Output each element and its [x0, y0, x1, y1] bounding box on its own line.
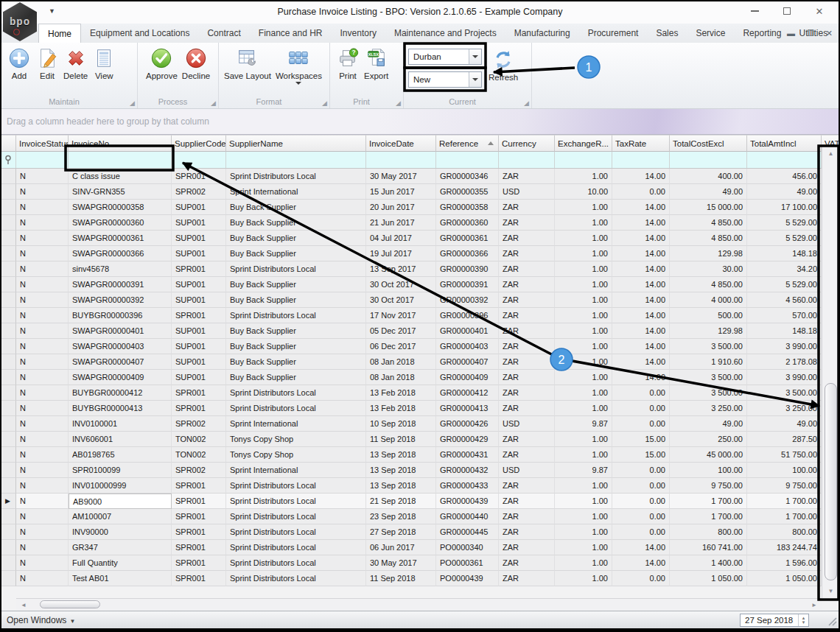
grid-cell-reference[interactable]: GR00000426	[436, 416, 499, 432]
table-row[interactable]: Nsinv45678SPR001Sprint Distributors Loca…	[0, 261, 822, 277]
grid-cell-invoice-no[interactable]: GR347	[69, 540, 172, 555]
grid-cell-invoice-no[interactable]: SWAPGR00000366	[69, 246, 172, 261]
grid-cell-total-cost-excl[interactable]: 3 500.00	[670, 339, 747, 354]
grid-cell-supplier-name[interactable]: Buy Back Supplier	[226, 323, 366, 339]
grid-cell-currency[interactable]: ZAR	[499, 231, 555, 246]
table-row[interactable]: NSWAPGR00000409SUP001Buy Back Supplier08…	[0, 370, 822, 385]
grid-cell-invoice-no[interactable]: BUYBGR00000412	[69, 385, 172, 401]
tab-maintenance-and-projects[interactable]: Maintenance and Projects	[385, 24, 505, 43]
grid-cell-total-amt-incl[interactable]: 148.18	[747, 323, 822, 339]
grid-cell-invoice-no[interactable]: SPR0100099	[69, 463, 172, 478]
grid-cell-invoice-date[interactable]: 27 Sep 2018	[366, 524, 436, 540]
tab-finance-and-hr[interactable]: Finance and HR	[250, 24, 332, 43]
grid-cell-invoice-no[interactable]: SWAPGR00000360	[69, 215, 172, 231]
grid-cell-supplier-code[interactable]: SPR001	[172, 308, 226, 323]
grid-cell-supplier-name[interactable]: Buy Back Supplier	[226, 231, 366, 246]
grid-cell-reference[interactable]: GR00000401	[436, 323, 499, 339]
grid-cell-tax-rate[interactable]: 14.00	[612, 215, 670, 231]
table-row[interactable]: NSWAPGR00000401SUP001Buy Back Supplier05…	[0, 323, 822, 339]
grid-cell-supplier-name[interactable]: Sprint Distributors Local	[226, 385, 366, 401]
grid-cell-total-amt-incl[interactable]: 800.00	[747, 524, 822, 540]
grid-cell-supplier-code[interactable]: SUP001	[172, 246, 226, 261]
ribbon-restore-icon[interactable]: ❐	[807, 29, 814, 38]
grid-cell-exchange-rate[interactable]: 1.00	[555, 524, 612, 540]
grid-cell-total-amt-incl[interactable]: 3 990.00	[747, 339, 822, 354]
export-button[interactable]: XLSX Export	[362, 45, 391, 82]
date-spinner[interactable]: ▲▼	[798, 614, 808, 626]
grid-cell-tax-rate[interactable]: 14.00	[612, 339, 670, 354]
grid-cell-supplier-code[interactable]: SUP001	[172, 200, 226, 215]
column-header-totalamtincl[interactable]: TotalAmtIncl	[747, 135, 822, 152]
resize-grip-icon[interactable]	[827, 616, 837, 626]
grid-cell-tax-rate[interactable]: 14.00	[612, 354, 670, 370]
grid-cell-currency[interactable]: ZAR	[499, 292, 555, 308]
grid-cell-total-cost-excl[interactable]: 400.00	[670, 169, 747, 184]
column-header-invoicedate[interactable]: InvoiceDate	[366, 135, 436, 152]
grid-cell-invoice-no[interactable]: SWAPGR00000409	[69, 370, 172, 385]
grid-cell-total-cost-excl[interactable]: 1 400.00	[670, 555, 747, 571]
column-header-suppliercode[interactable]: SupplierCode	[172, 135, 226, 152]
grid-cell-tax-rate[interactable]: 14.00	[612, 200, 670, 215]
grid-cell-total-amt-incl[interactable]: 1 700.00	[747, 494, 822, 509]
grid-cell-exchange-rate[interactable]: 1.00	[555, 385, 612, 401]
grid-cell-exchange-rate[interactable]: 1.00	[555, 308, 612, 323]
grid-cell-invoice-no[interactable]: SWAPGR00000401	[69, 323, 172, 339]
grid-cell-reference[interactable]: GR00000392	[436, 292, 499, 308]
grid-cell-supplier-name[interactable]: Buy Back Supplier	[226, 215, 366, 231]
grid-cell-reference[interactable]: GR00000433	[436, 478, 499, 494]
group-by-panel[interactable]: Drag a column header here to group by th…	[0, 109, 840, 135]
table-row[interactable]: NSWAPGR00000360SUP001Buy Back Supplier21…	[0, 215, 822, 231]
grid-cell-currency[interactable]: ZAR	[499, 215, 555, 231]
grid-cell-supplier-name[interactable]: Sprint Distributors Local	[226, 401, 366, 416]
grid-cell-total-cost-excl[interactable]: 800.00	[670, 524, 747, 540]
grid-cell-total-cost-excl[interactable]: 3 500.00	[670, 370, 747, 385]
grid-cell-currency[interactable]: ZAR	[499, 354, 555, 370]
grid-cell-total-amt-incl[interactable]: 17 100.00	[747, 200, 822, 215]
grid-cell-tax-rate[interactable]: 0.00	[612, 509, 670, 524]
close-button[interactable]: ✕	[803, 0, 836, 22]
grid-cell-currency[interactable]: USD	[499, 416, 555, 432]
grid-cell-total-cost-excl[interactable]: 4 000.00	[670, 292, 747, 308]
grid-cell-total-amt-incl[interactable]: 456.00	[747, 169, 822, 184]
grid-cell-reference[interactable]: GR00000429	[436, 432, 499, 447]
table-row[interactable]: NINV010000999SPR001Sprint Distributors L…	[0, 478, 822, 494]
grid-cell-invoice-date[interactable]: 17 Nov 2017	[366, 308, 436, 323]
grid-cell-supplier-code[interactable]: SPR001	[172, 540, 226, 555]
grid-cell-supplier-code[interactable]: SUP001	[172, 370, 226, 385]
table-row[interactable]: NSWAPGR00000361SUP001Buy Back Supplier04…	[0, 231, 822, 246]
grid-cell-supplier-name[interactable]: Tonys Copy Shop	[226, 432, 366, 447]
grid-cell-exchange-rate[interactable]: 1.00	[555, 401, 612, 416]
grid-cell-invoice-date[interactable]: 11 Sep 2018	[366, 432, 436, 447]
grid-cell-currency[interactable]: ZAR	[499, 323, 555, 339]
grid-cell-currency[interactable]: ZAR	[499, 169, 555, 184]
grid-cell-supplier-name[interactable]: Sprint Distributors Local	[226, 494, 366, 509]
grid-cell-supplier-name[interactable]: Buy Back Supplier	[226, 354, 366, 370]
table-row[interactable]: NINV0100001SPR002Sprint International10 …	[0, 416, 822, 432]
grid-cell-total-amt-incl[interactable]: 2 178.08	[747, 354, 822, 370]
grid-cell-reference[interactable]: PO0000361	[436, 555, 499, 571]
grid-cell-status[interactable]: N	[16, 385, 69, 401]
grid-cell-total-amt-incl[interactable]: 3 990.00	[747, 370, 822, 385]
filter-cell-supplier-code[interactable]	[172, 152, 226, 168]
grid-cell-invoice-no[interactable]: INV0100001	[69, 416, 172, 432]
grid-cell-currency[interactable]: ZAR	[499, 308, 555, 323]
grid-cell-total-amt-incl[interactable]: 49.00	[747, 184, 822, 200]
grid-cell-tax-rate[interactable]: 14.00	[612, 261, 670, 277]
grid-cell-invoice-date[interactable]: 13 Sep 2018	[366, 478, 436, 494]
grid-cell-total-cost-excl[interactable]: 15 000.00	[670, 200, 747, 215]
grid-cell-supplier-name[interactable]: Buy Back Supplier	[226, 277, 366, 292]
grid-cell-exchange-rate[interactable]: 1.00	[555, 339, 612, 354]
grid-cell-exchange-rate[interactable]: 9.87	[555, 463, 612, 478]
scroll-up-icon[interactable]: ▲	[824, 147, 838, 159]
grid-cell-supplier-code[interactable]: SPR001	[172, 524, 226, 540]
grid-cell-exchange-rate[interactable]: 1.00	[555, 494, 612, 509]
dialog-launcher-icon[interactable]: ◢	[396, 99, 401, 107]
grid-cell-exchange-rate[interactable]: 1.00	[555, 509, 612, 524]
tab-service[interactable]: Service	[687, 24, 734, 43]
grid-cell-reference[interactable]: GR00000366	[436, 246, 499, 261]
grid-cell-supplier-code[interactable]: SPR001	[172, 401, 226, 416]
filter-cell-total-amt-incl[interactable]	[747, 152, 822, 168]
table-row[interactable]: ▶NAB9000SPR001Sprint Distributors Local2…	[0, 494, 822, 509]
grid-cell-invoice-no[interactable]: INV606001	[69, 432, 172, 447]
grid-cell-supplier-code[interactable]: SPR002	[172, 463, 226, 478]
